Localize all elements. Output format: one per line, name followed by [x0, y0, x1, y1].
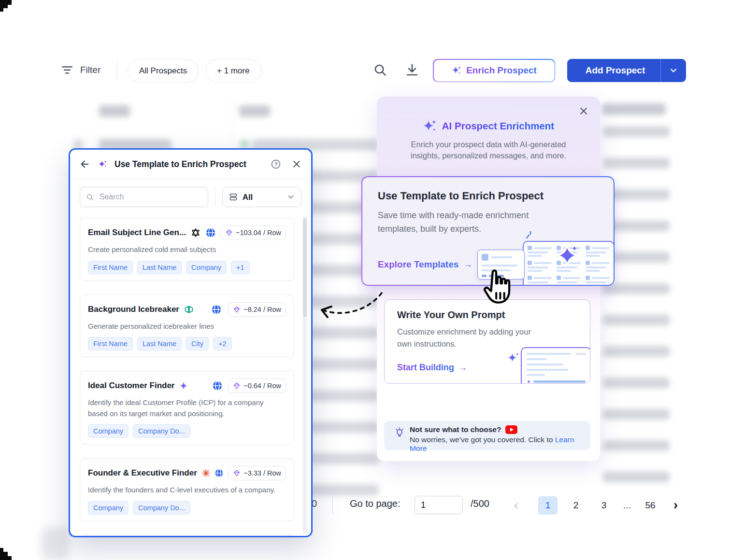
cost-badge: ~8.24 / Row — [228, 302, 286, 317]
page-button-1[interactable]: 1 — [538, 496, 558, 515]
sparkle-icon — [423, 119, 437, 133]
blurred-cell — [603, 158, 670, 168]
hand-cursor-icon — [481, 266, 513, 305]
use-template-modal: Use Template to Enrich Prospect ? — [69, 148, 313, 537]
total-pages-label: /500 — [471, 498, 489, 509]
toolbar-divider — [116, 61, 117, 80]
blurred-cell — [603, 346, 670, 357]
template-tag: +1 — [231, 261, 250, 274]
template-tag: Company — [88, 424, 129, 438]
download-icon — [405, 63, 419, 77]
close-icon — [292, 159, 301, 169]
credits-gem-icon — [225, 229, 233, 237]
cost-badge: ~3.33 / Row — [228, 466, 286, 480]
hint-title: Not sure what to choose? — [410, 425, 501, 434]
next-page-button[interactable]: › — [673, 497, 678, 513]
template-card-background-icebreaker[interactable]: Background Icebreaker ~8.24 / Row Gene — [80, 294, 294, 358]
credits-gem-icon — [233, 382, 241, 390]
filter-label: Filter — [80, 65, 100, 75]
template-search-box[interactable] — [80, 187, 208, 207]
blurred-widget — [41, 527, 69, 560]
help-icon: ? — [271, 159, 281, 169]
credits-gem-icon — [233, 306, 241, 313]
modal-title: Use Template to Enrich Prospect — [114, 159, 246, 169]
template-tag: Company Do... — [133, 424, 190, 438]
youtube-icon[interactable] — [505, 425, 517, 434]
modal-search-row: All — [70, 179, 311, 214]
butterfly-icon — [184, 304, 194, 315]
hint-body: No worries, we’ve got you covered. Click… — [410, 435, 590, 453]
blurred-cell — [99, 105, 130, 117]
rows-icon — [229, 192, 238, 202]
app-canvas: Filter All Prospects + 1 more Enrich Pro… — [0, 0, 744, 560]
goto-page-label: Go to page: — [350, 498, 401, 509]
template-tag: Company — [186, 261, 227, 274]
use-template-card-title: Use Template to Enrich Prospect — [378, 190, 544, 202]
lightbulb-icon — [394, 427, 405, 438]
mini-template-item — [586, 261, 610, 272]
modal-close-button[interactable] — [292, 159, 301, 169]
category-filter-select[interactable]: All — [222, 187, 301, 207]
template-tag: Last Name — [137, 261, 182, 274]
dashed-arrow — [309, 282, 396, 331]
prev-page-button[interactable]: ‹ — [514, 497, 518, 513]
hint-banner: Not sure what to choose? No worries, we’… — [384, 421, 590, 450]
filter-icon — [61, 64, 73, 76]
download-button[interactable] — [405, 63, 419, 77]
search-icon — [86, 193, 94, 202]
enrich-prospect-button[interactable]: Enrich Prospect — [433, 59, 555, 82]
modal-scrollbar[interactable] — [303, 216, 307, 533]
globe-icon — [211, 304, 222, 315]
sparkle-icon — [451, 65, 462, 76]
cost-badge: ~103.04 / Row — [220, 225, 286, 240]
write-prompt-card[interactable]: Write Your Own Prompt Customize enrichme… — [384, 299, 590, 384]
page-number-input[interactable] — [415, 496, 463, 514]
svg-text:?: ? — [274, 161, 278, 167]
sparkle-icon — [506, 351, 521, 365]
cost-badge: ~0.64 / Row — [228, 378, 286, 393]
template-card-founder-finder[interactable]: Founder & Executive Finder ~3.33 / Row — [80, 458, 294, 521]
template-tag: First Name — [88, 261, 133, 274]
start-building-link[interactable]: Start Building → — [397, 363, 467, 373]
help-button[interactable]: ? — [271, 159, 281, 169]
sparkle-icon — [555, 243, 580, 268]
template-tag: First Name — [88, 337, 133, 350]
blurred-cell — [603, 315, 670, 325]
template-card-company-classifier[interactable]: Company Type Classifier... ~76.02 / Row … — [80, 535, 294, 538]
page-number-list: 123...56 — [538, 496, 660, 515]
template-card-ideal-customer[interactable]: Ideal Customer Finder ~0.64 / Row Iden — [80, 371, 294, 445]
arrow-left-icon — [80, 159, 90, 169]
template-card-email-subject[interactable]: Email Subject Line Gen... ~103.04 / Row — [80, 218, 294, 281]
filter-button[interactable]: Filter — [61, 64, 100, 76]
page-button-3[interactable]: 3 — [594, 496, 614, 515]
add-prospect-dropdown[interactable] — [660, 59, 686, 82]
back-button[interactable] — [80, 159, 90, 169]
panel-close-button[interactable] — [579, 106, 588, 116]
search-row-divider — [215, 187, 215, 207]
add-prospect-button[interactable]: Add Prospect — [567, 59, 686, 82]
blurred-cell — [240, 140, 249, 149]
write-prompt-card-title: Write Your Own Prompt — [397, 309, 505, 321]
search-button[interactable] — [373, 63, 387, 77]
page-button-56[interactable]: 56 — [641, 496, 660, 515]
panel-title: AI Prospect Enrichment — [442, 120, 554, 132]
prompt-editor-illustration — [521, 347, 590, 384]
explore-templates-link[interactable]: Explore Templates → — [378, 259, 473, 270]
modal-scrollbar-thumb[interactable] — [303, 218, 307, 317]
enrich-prospect-label: Enrich Prospect — [466, 65, 537, 76]
mini-template-item — [586, 246, 610, 257]
template-search-input[interactable] — [99, 192, 202, 202]
blurred-cell — [603, 283, 670, 294]
template-tag: Company — [88, 501, 129, 515]
mini-template-item — [528, 246, 552, 257]
view-pill-more[interactable]: + 1 more — [205, 59, 261, 83]
template-tag: +2 — [213, 337, 232, 350]
starburst-icon — [201, 468, 211, 478]
page-button-2[interactable]: 2 — [566, 496, 586, 515]
mini-template-item — [557, 276, 581, 285]
view-pill-all-prospects[interactable]: All Prospects — [128, 59, 199, 83]
write-prompt-card-description: Customize enrichment by adding your own … — [397, 326, 542, 350]
close-icon — [579, 106, 588, 116]
mini-template-item — [528, 261, 552, 272]
sparkle-icon — [179, 381, 188, 391]
